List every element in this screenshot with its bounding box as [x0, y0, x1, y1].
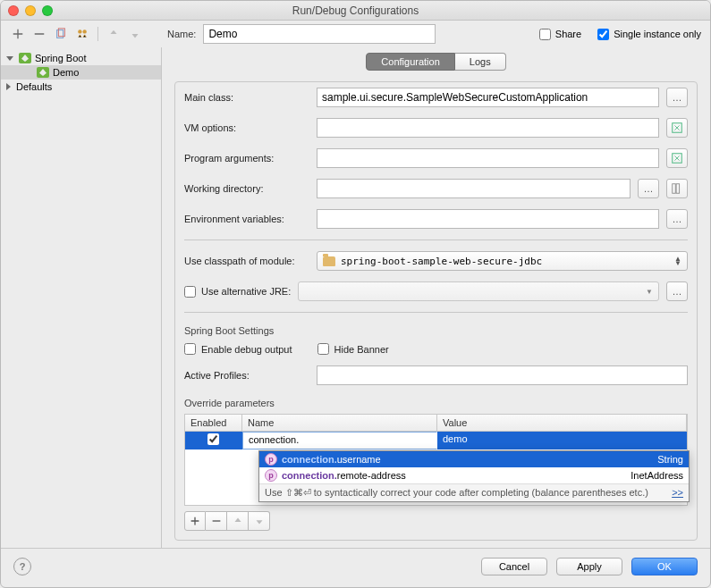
single-instance-row[interactable]: Single instance only [597, 29, 701, 40]
tree-group-label: Defaults [16, 81, 52, 92]
share-checkbox-row[interactable]: Share [539, 29, 581, 40]
autocomplete-item[interactable]: p connection.username String [259, 451, 689, 467]
browse-workdir-button[interactable]: … [638, 179, 659, 198]
tab-logs[interactable]: Logs [455, 53, 506, 71]
name-label: Name: [167, 29, 196, 39]
svg-point-2 [78, 29, 81, 33]
tree-group-label: Spring Boot [35, 53, 86, 63]
hide-banner-label: Hide Banner [334, 344, 389, 355]
expand-args-button[interactable] [666, 148, 688, 168]
profiles-label: Active Profiles: [184, 370, 309, 381]
chevron-down-icon: ▼ [646, 290, 653, 294]
config-tree-sidebar: Spring Boot Demo Defaults [1, 47, 162, 548]
help-button[interactable]: ? [13, 558, 31, 575]
chevron-down-icon [6, 56, 13, 61]
module-folder-icon [323, 256, 335, 266]
main-class-label: Main class: [184, 92, 309, 103]
titlebar: Run/Debug Configurations [1, 1, 710, 21]
remove-config-button[interactable] [31, 26, 47, 42]
single-instance-label: Single instance only [614, 29, 701, 39]
main-panel: Configuration Logs Main class: … VM opti… [162, 47, 710, 548]
share-checkbox[interactable] [539, 29, 551, 40]
altjre-checkbox[interactable] [184, 286, 196, 298]
param-down-button[interactable] [249, 511, 270, 531]
profiles-input[interactable] [317, 365, 688, 385]
workdir-input[interactable] [317, 179, 631, 198]
row-value-cell[interactable]: demo [437, 432, 687, 449]
property-icon: p [265, 469, 277, 482]
workdir-vars-button[interactable] [666, 179, 688, 198]
table-row[interactable]: demo [185, 432, 687, 449]
hide-banner-checkbox[interactable] [317, 343, 329, 355]
debug-output-label: Enable debug output [201, 344, 292, 355]
col-value: Value [437, 415, 687, 431]
browse-altjre-button[interactable]: … [666, 281, 688, 301]
window-title: Run/Debug Configurations [1, 4, 710, 17]
browse-main-class-button[interactable]: … [666, 88, 688, 107]
svg-point-3 [82, 29, 86, 33]
tree-group-defaults[interactable]: Defaults [1, 80, 161, 94]
vm-options-input[interactable] [317, 118, 659, 138]
add-param-button[interactable] [184, 511, 206, 531]
ok-button[interactable]: OK [631, 558, 698, 575]
cancel-button[interactable]: Cancel [481, 558, 547, 575]
spring-settings-title: Spring Boot Settings [175, 318, 697, 338]
program-args-label: Program arguments: [184, 153, 309, 164]
dialog-footer: ? Cancel Apply OK [1, 548, 710, 584]
add-config-button[interactable] [10, 26, 26, 42]
configuration-form: Main class: … VM options: Program argume… [174, 81, 698, 541]
move-down-button[interactable] [127, 26, 143, 42]
edit-defaults-button[interactable] [74, 26, 90, 42]
env-vars-input[interactable] [317, 209, 659, 229]
row-name-input[interactable] [249, 434, 431, 445]
apply-button[interactable]: Apply [556, 558, 622, 575]
chevron-right-icon [6, 83, 11, 90]
autocomplete-type: String [657, 454, 683, 465]
classpath-label: Use classpath of module: [184, 256, 309, 266]
autocomplete-item[interactable]: p connection.remote-address InetAddress [259, 467, 689, 483]
name-input[interactable] [203, 24, 436, 44]
param-up-button[interactable] [227, 511, 249, 531]
autocomplete-type: InetAddress [631, 470, 683, 481]
col-name: Name [242, 415, 437, 431]
tree-item-label: Demo [53, 67, 79, 78]
tree-group-spring-boot[interactable]: Spring Boot [1, 51, 161, 65]
single-instance-checkbox[interactable] [597, 29, 609, 40]
remove-param-button[interactable] [206, 511, 227, 531]
spring-boot-icon [37, 67, 49, 78]
classpath-value: spring-boot-sample-web-secure-jdbc [341, 256, 542, 267]
share-label: Share [555, 29, 581, 39]
col-enabled: Enabled [185, 415, 242, 431]
workdir-label: Working directory: [184, 183, 309, 194]
svg-rect-7 [676, 184, 680, 194]
svg-rect-6 [673, 184, 676, 194]
main-class-input[interactable] [317, 88, 659, 107]
override-title: Override parameters [175, 391, 697, 410]
override-table: Enabled Name Value demo p [184, 414, 688, 506]
altjre-label: Use alternative JRE: [201, 286, 291, 297]
toolbar: Name: Share Single instance only [1, 21, 710, 47]
property-icon: p [265, 453, 277, 466]
autocomplete-hint: Use ⇧⌘⏎ to syntactically correct your co… [259, 483, 689, 501]
config-tabs: Configuration Logs [174, 53, 698, 71]
program-args-input[interactable] [317, 148, 659, 168]
env-vars-label: Environment variables: [184, 214, 309, 224]
autocomplete-popup: p connection.username String p connectio… [258, 450, 690, 502]
autocomplete-more-link[interactable]: >> [672, 487, 683, 499]
move-up-button[interactable] [106, 26, 122, 42]
vm-options-label: VM options: [184, 122, 309, 133]
browse-env-button[interactable]: … [666, 209, 688, 229]
tab-configuration[interactable]: Configuration [366, 53, 454, 71]
chevron-updown-icon: ▲▼ [674, 256, 681, 265]
altjre-select[interactable]: ▼ [298, 281, 659, 301]
debug-output-checkbox[interactable] [184, 343, 196, 355]
tree-item-demo[interactable]: Demo [1, 65, 161, 80]
classpath-select[interactable]: spring-boot-sample-web-secure-jdbc ▲▼ [317, 251, 688, 271]
expand-vm-button[interactable] [666, 118, 688, 138]
copy-config-button[interactable] [53, 26, 69, 42]
spring-boot-icon [19, 53, 31, 63]
row-enabled-checkbox[interactable] [207, 433, 219, 445]
